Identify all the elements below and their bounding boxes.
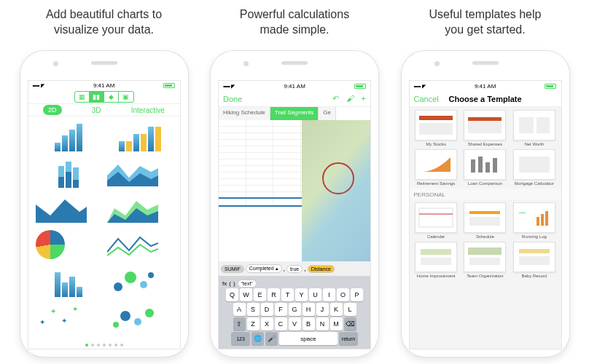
svg-text:✦: ✦ [61,317,67,325]
chart-bar-1[interactable] [36,124,101,151]
chart-bar-2[interactable] [107,124,173,151]
svg-rect-22 [519,157,550,173]
chart-area-3[interactable] [107,194,173,224]
chart-bubble-2[interactable] [107,303,173,333]
key-123[interactable]: 123 [231,332,250,345]
template-shared-expenses[interactable]: Shared Expenses [461,110,509,146]
formula-arg3[interactable]: Distance [308,265,335,273]
svg-rect-12 [419,116,453,120]
key-globe[interactable]: 🌐 [251,332,264,345]
cancel-button[interactable]: Cancel [414,95,439,103]
fx-button[interactable]: fx [222,280,227,287]
chart-area-2[interactable] [36,194,101,224]
svg-rect-16 [519,117,534,133]
key-q[interactable]: Q [226,288,238,301]
svg-rect-36 [519,256,550,265]
template-my-stocks[interactable]: My Stocks [413,110,460,146]
template-home[interactable]: Home Improvement [413,242,460,278]
done-button[interactable]: Done [223,95,242,103]
formula-bar[interactable]: SUMIF Completed ▴, true, Distance [219,261,370,276]
page-title: Choose a Template [449,95,522,103]
svg-text:━━━: ━━━ [518,210,526,215]
svg-rect-33 [468,248,502,255]
formula-fn[interactable]: SUMIF [221,265,244,273]
svg-rect-25 [469,211,500,214]
segmented-control[interactable]: ▦ ▮▮ ◆ ▣ [74,91,134,103]
undo-button[interactable]: ↶ [332,94,339,103]
svg-point-3 [148,272,154,278]
template-retirement[interactable]: Retirement Savings [413,149,460,186]
svg-rect-15 [468,117,502,121]
chart-pie[interactable] [36,230,101,261]
caption-1: Add beautiful charts tovisualize your da… [46,7,162,42]
add-button[interactable]: + [362,94,366,103]
status-bar: 9:41 AM [28,81,180,90]
status-time: 9:41 AM [93,82,114,89]
sheet-tabs: Hiking Schedule Trail Segments Ge [219,107,370,120]
template-schedule[interactable]: Schedule [461,202,509,239]
tab-interactive[interactable]: Interactive [131,106,165,114]
svg-rect-31 [421,249,451,255]
battery-icon [163,83,175,88]
format-brush-icon[interactable]: 🖌 [346,94,354,103]
svg-rect-21 [493,158,497,173]
chart-column[interactable] [36,266,101,297]
svg-rect-32 [421,258,451,265]
svg-point-9 [120,311,130,321]
caption-2: Powerful calculationsmade simple. [240,7,349,42]
key-shift[interactable]: ⇧ [233,317,246,331]
svg-point-1 [125,272,136,283]
svg-point-10 [134,318,141,325]
chart-bubble[interactable] [107,266,173,297]
key-space[interactable]: space [279,332,338,345]
phone-frame-1: 9:41 AM ▦ ▮▮ ◆ ▣ 2D 3D Interactive [20,51,188,357]
svg-point-11 [145,309,154,317]
svg-rect-26 [469,217,500,226]
keyboard: fx ( ) "text" QWERTYUIOP ASDFGHJKL ⇧ZXCV… [219,276,370,349]
template-calendar[interactable]: Calendar [413,202,460,239]
key-return[interactable]: return [339,332,358,345]
paren-left[interactable]: ( [229,280,231,287]
template-running[interactable]: ━━━Running Log [510,202,558,239]
svg-text:✦: ✦ [39,318,45,326]
seg-table-icon[interactable]: ▦ [75,92,90,102]
template-team[interactable]: Team Organization [461,242,509,278]
svg-rect-35 [519,249,550,253]
svg-text:✦: ✦ [50,307,56,315]
seg-chart-icon[interactable]: ▮▮ [90,92,104,102]
svg-rect-17 [537,117,550,133]
spreadsheet-grid[interactable] [219,120,302,261]
template-loan[interactable]: Loan Comparison [461,149,509,186]
tab-3d[interactable]: 3D [92,106,101,114]
svg-point-2 [140,281,147,288]
seg-shape-icon[interactable]: ◆ [104,92,119,102]
seg-media-icon[interactable]: ▣ [119,92,133,102]
formula-arg2[interactable]: true [286,265,303,273]
formula-arg1[interactable]: Completed ▴ [246,264,282,273]
tab-2d[interactable]: 2D [43,105,62,115]
template-net-worth[interactable]: Net Worth [510,110,558,146]
sheet-tab-1[interactable]: Hiking Schedule [219,107,270,120]
sheet-tab-2[interactable]: Trail Segments [270,107,319,120]
key-mic[interactable]: 🎤 [265,332,278,345]
key-backspace[interactable]: ⌫ [344,317,356,331]
svg-rect-29 [545,211,548,226]
chart-line[interactable] [107,230,173,261]
text-token[interactable]: "text" [238,280,257,288]
chart-area[interactable] [107,157,173,188]
sheet-tab-3[interactable]: Ge [319,107,336,120]
template-mortgage[interactable]: Mortgage Calculator [510,149,558,186]
paren-right[interactable]: ) [233,280,235,287]
phone-frame-3: 9:41 AM Cancel Choose a Template My Stoc… [402,51,569,357]
battery-icon [545,84,556,89]
chart-scatter[interactable]: ✦✦✦✦ [36,303,101,333]
map-image [302,120,370,261]
section-personal: PERSONAL [410,189,561,199]
chart-type-grid: ✦✦✦✦ [28,116,180,341]
svg-point-0 [114,282,122,291]
svg-text:✦: ✦ [72,305,78,313]
svg-rect-13 [419,123,453,135]
page-indicator [28,341,180,349]
chart-bar-stacked[interactable] [36,157,101,188]
template-baby[interactable]: Baby Record [510,242,558,278]
